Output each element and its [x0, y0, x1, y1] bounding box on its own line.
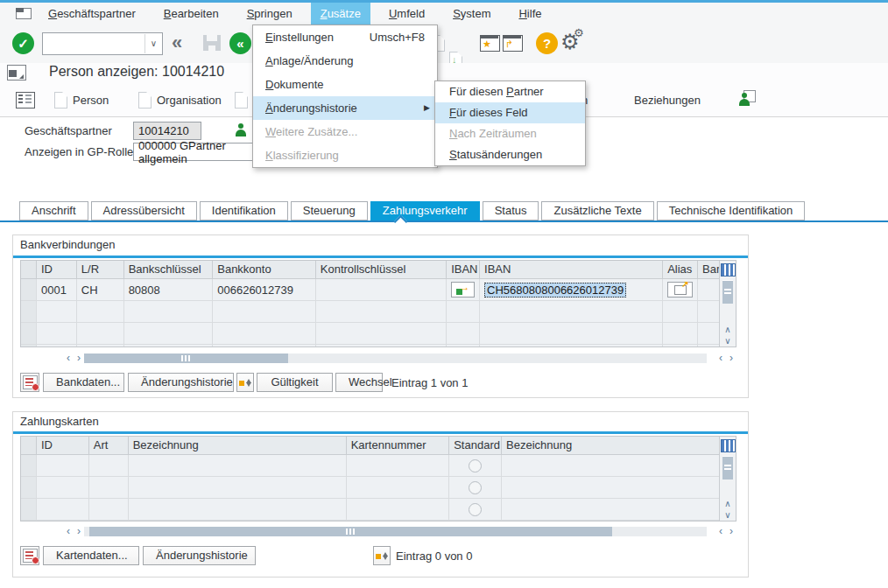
beziehungen-button[interactable]: Beziehungen: [634, 90, 701, 109]
scroll-left-icon[interactable]: ‹: [63, 351, 74, 365]
scroll-down-icon[interactable]: ∨: [724, 509, 730, 521]
col-bezeichnung-2[interactable]: Bezeichnung: [502, 437, 719, 454]
menubar-item-umfeld[interactable]: Umfeld: [379, 3, 434, 24]
scrollbar-thumb[interactable]: [722, 280, 733, 304]
enter-check-button[interactable]: ✓: [12, 32, 34, 54]
menu-item-weitere-zusaetze[interactable]: Weitere Zusätze...: [253, 120, 437, 144]
person-button[interactable]: Person: [54, 90, 109, 109]
menu-item-klassifizierung[interactable]: Klassifizierung: [253, 144, 437, 167]
scroll-right-icon[interactable]: ›: [726, 524, 736, 538]
cell-kontrollschluessel[interactable]: [316, 279, 447, 300]
col-standard[interactable]: Standard: [449, 437, 502, 454]
cell-bankkonto[interactable]: 006626012739: [213, 279, 316, 300]
command-dropdown-icon[interactable]: ∨: [144, 34, 162, 53]
menubar-item-zusaetze[interactable]: Zusätze: [311, 3, 370, 24]
title-window-icon[interactable]: [7, 65, 26, 80]
col-id[interactable]: ID: [37, 261, 77, 278]
col-alias[interactable]: Alias: [663, 261, 698, 278]
organisation-button[interactable]: Organisation: [138, 90, 222, 109]
delete-bank-row-button[interactable]: [20, 373, 39, 392]
table-settings-icon[interactable]: [721, 263, 736, 276]
select-all-cell[interactable]: [21, 437, 37, 454]
select-all-cell[interactable]: [21, 261, 37, 278]
gruppe-button-partial[interactable]: [235, 90, 248, 109]
standard-radio[interactable]: [469, 503, 482, 516]
command-input[interactable]: [43, 34, 144, 53]
col-bank-clipped[interactable]: Bank: [698, 261, 719, 278]
col-lr[interactable]: L/R: [77, 261, 124, 278]
tab-adressuebersicht[interactable]: Adressübersicht: [91, 201, 197, 220]
scroll-down-icon[interactable]: ∨: [724, 335, 730, 346]
kartendaten-button[interactable]: Kartendaten...: [43, 546, 139, 565]
delete-card-row-button[interactable]: [20, 546, 39, 565]
back-button[interactable]: «: [229, 32, 251, 54]
col-kontrollschluessel[interactable]: Kontrollschlüssel: [316, 261, 447, 278]
card-row-empty[interactable]: [21, 477, 719, 499]
menu-item-anlage-aenderung[interactable]: Anlage/Änderung: [253, 49, 437, 73]
wechsel-button[interactable]: Wechsel: [335, 373, 383, 392]
scrollbar-thumb[interactable]: [722, 456, 733, 480]
bank-aenderungshistorie-button[interactable]: Änderungshistorie: [128, 373, 234, 392]
submenu-item-nach-zeitraeumen[interactable]: Nach Zeiträumen: [435, 123, 585, 144]
menubar-item-hilfe[interactable]: Hilfe: [509, 3, 551, 24]
standard-radio[interactable]: [469, 459, 482, 472]
new-session-icon[interactable]: ★: [480, 35, 500, 52]
scroll-up-icon[interactable]: ∧: [724, 498, 730, 509]
col-iban-button[interactable]: IBAN: [447, 261, 480, 278]
bank-row-1[interactable]: 0001 CH 80808 006626012739 CH56808080066…: [21, 279, 719, 301]
menubar-item-bearbeiten[interactable]: Bearbeiten: [154, 3, 229, 24]
col-kartennummer[interactable]: Kartennummer: [347, 437, 450, 454]
table-settings-icon[interactable]: [721, 439, 736, 452]
switch-partner-icon[interactable]: [738, 90, 756, 106]
submenu-item-fuer-dieses-feld[interactable]: Für dieses Feld: [435, 102, 585, 123]
tab-anschrift[interactable]: Anschrift: [19, 201, 88, 220]
menu-item-einstellungen[interactable]: Einstellungen Umsch+F8: [253, 25, 437, 49]
submenu-item-fuer-diesen-partner[interactable]: Für diesen Partner: [435, 81, 585, 102]
save-icon[interactable]: [203, 35, 221, 51]
bank-row-empty[interactable]: [21, 323, 719, 345]
system-menu-icon[interactable]: [16, 8, 32, 19]
cell-bank-clipped[interactable]: [698, 279, 719, 300]
gueltigkeit-button[interactable]: Gültigkeit: [257, 373, 333, 392]
card-row-empty[interactable]: [21, 499, 719, 521]
scrollbar-thumb[interactable]: [84, 354, 288, 363]
col-id[interactable]: ID: [37, 437, 89, 454]
col-bankkonto[interactable]: Bankkonto: [213, 261, 316, 278]
locator-toggle-icon[interactable]: [16, 92, 35, 108]
menu-item-aenderungshistorie[interactable]: Änderungshistorie ▶: [253, 96, 437, 120]
row-selector-cell[interactable]: [21, 279, 37, 300]
create-shortcut-icon[interactable]: ↱: [503, 35, 523, 52]
bankdaten-button[interactable]: Bankdaten...: [43, 373, 124, 392]
iban-generate-button[interactable]: [451, 282, 475, 298]
bank-row-empty[interactable]: [21, 345, 719, 346]
menubar-item-geschaeftspartner[interactable]: Geschäftspartner: [39, 3, 145, 24]
cell-bankschluessel[interactable]: 80808: [124, 279, 214, 300]
scroll-right-icon[interactable]: ›: [726, 351, 736, 365]
col-iban[interactable]: IBAN: [480, 261, 663, 278]
standard-radio[interactable]: [469, 481, 482, 494]
alias-button[interactable]: [667, 282, 693, 298]
submenu-item-statusaenderungen[interactable]: Statusänderungen: [435, 144, 585, 165]
cell-iban[interactable]: CH5680808006626012739: [480, 279, 663, 300]
menubar-item-system[interactable]: System: [443, 3, 500, 24]
scroll-left-icon[interactable]: ‹: [63, 524, 74, 538]
sort-button[interactable]: [373, 546, 391, 565]
scrollbar-thumb[interactable]: [89, 527, 612, 536]
cell-lr[interactable]: CH: [77, 279, 124, 300]
scroll-left-icon[interactable]: ‹: [715, 351, 726, 365]
card-aenderungshistorie-button[interactable]: Änderungshistorie: [143, 546, 256, 565]
sort-button[interactable]: [236, 373, 254, 392]
menubar-item-springen[interactable]: Springen: [237, 3, 302, 24]
help-button[interactable]: ?: [536, 32, 558, 54]
scroll-left-icon[interactable]: ‹: [715, 524, 726, 538]
scroll-track[interactable]: [84, 527, 707, 536]
card-row-empty[interactable]: [21, 455, 719, 477]
tab-identifikation[interactable]: Identifikation: [200, 201, 288, 220]
bank-row-empty[interactable]: [21, 301, 719, 323]
back-chevrons-icon[interactable]: «: [172, 32, 182, 53]
col-art[interactable]: Art: [89, 437, 129, 454]
col-bankschluessel[interactable]: Bankschlüssel: [124, 261, 214, 278]
scroll-up-icon[interactable]: ∧: [724, 324, 730, 335]
tab-status[interactable]: Status: [483, 201, 539, 220]
gp-number-field[interactable]: 10014210: [133, 122, 201, 140]
